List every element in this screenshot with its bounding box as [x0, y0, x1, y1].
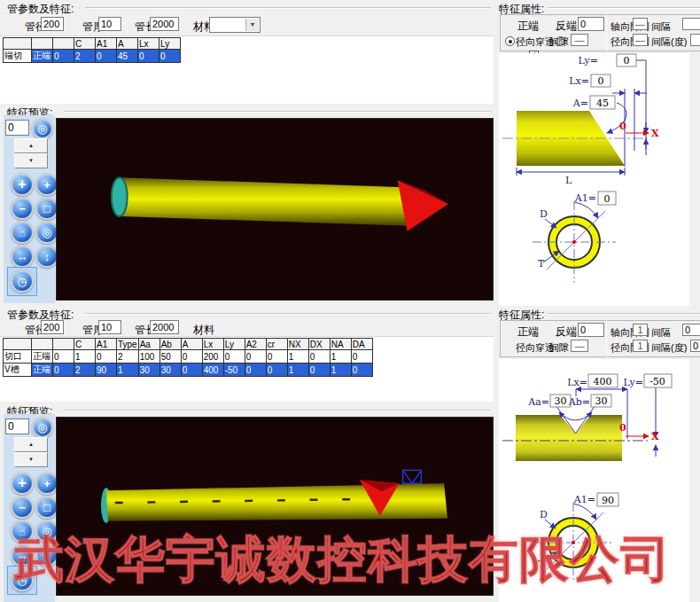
pipe-thickness-input[interactable]	[98, 17, 121, 31]
table-cell[interactable]: 2	[74, 364, 96, 377]
radial-array-input-2[interactable]	[633, 340, 648, 352]
table-cell[interactable]: 0	[351, 364, 372, 377]
Ab-value-box[interactable]: 30	[591, 395, 611, 407]
column-header: NX	[287, 339, 308, 350]
table-cell[interactable]: 0	[53, 50, 74, 63]
interval-deg-input-2[interactable]	[690, 340, 700, 352]
preview-3d-view-2[interactable]	[56, 417, 494, 596]
table-cell[interactable]: 1	[287, 364, 308, 377]
table-cell[interactable]: 正端	[32, 350, 53, 364]
interval-input-2[interactable]	[682, 324, 700, 336]
table-cell[interactable]: 50	[159, 350, 181, 364]
table-cell[interactable]: 0	[266, 364, 287, 377]
table-cell[interactable]: 0	[223, 350, 245, 364]
offset-input[interactable]	[578, 17, 604, 31]
reset-rotation-button-2[interactable]: ◎	[32, 417, 53, 438]
table-cell[interactable]: 0	[96, 50, 117, 63]
table-cell[interactable]: 45	[117, 50, 138, 63]
axial-array-input[interactable]	[633, 18, 648, 30]
table-cell[interactable]: 正端	[32, 364, 53, 377]
reset-rotation-button[interactable]: ◎	[32, 118, 53, 139]
table-cell[interactable]: 1	[330, 350, 351, 364]
zoom-out-button[interactable]: −	[11, 496, 34, 519]
row-header[interactable]: 切口	[4, 350, 32, 364]
pan-view-button[interactable]: +	[11, 173, 34, 196]
axis-view-button[interactable]: ◷	[11, 270, 34, 293]
axial-array-input-2[interactable]	[633, 324, 648, 336]
table-cell[interactable]: 2	[117, 350, 139, 364]
table-cell[interactable]: 1	[287, 350, 308, 364]
table-cell[interactable]: 0	[181, 364, 202, 377]
offset-input-2[interactable]	[578, 323, 604, 337]
Lx-value-box[interactable]: 0	[591, 74, 611, 87]
table-row[interactable]: 切口正端01021005002000001010	[4, 350, 373, 364]
interval-deg-input[interactable]	[690, 34, 700, 46]
table-cell[interactable]: 0	[308, 350, 330, 364]
table-cell[interactable]: 90	[96, 364, 117, 377]
table-cell[interactable]: -50	[223, 364, 245, 377]
pipe-length-input-2[interactable]	[150, 320, 179, 334]
table-cell[interactable]: 0	[308, 364, 330, 377]
interval-input[interactable]	[682, 18, 700, 30]
A-value-box[interactable]: 45	[590, 96, 615, 109]
pan-view-button[interactable]: +	[11, 472, 34, 495]
Ly-value-box[interactable]: 0	[617, 54, 636, 66]
row-header[interactable]: 端切	[4, 50, 32, 63]
A1-value-box[interactable]: 0	[598, 192, 616, 205]
table-cell[interactable]: 0	[138, 50, 159, 63]
table-cell[interactable]: 30	[159, 364, 181, 377]
table-cell[interactable]: 0	[351, 350, 372, 364]
table-cell[interactable]: 0	[181, 350, 202, 364]
stretch-horizontal-button[interactable]: ↔	[11, 245, 34, 268]
axis-view-button-2[interactable]: ◷	[11, 568, 34, 591]
table-cell[interactable]: 0	[96, 350, 117, 364]
gap-input[interactable]	[571, 34, 588, 46]
table-cell[interactable]: 正端	[32, 50, 53, 63]
feature-table-2[interactable]: CA1TypeAaAbALxLyA2crNXDXNADA切口正端01021005…	[3, 338, 373, 377]
pipe-diameter-input[interactable]	[41, 17, 64, 31]
table-cell[interactable]: 100	[138, 350, 159, 364]
radial-array-input[interactable]	[633, 34, 648, 46]
table-cell[interactable]: 1	[330, 364, 351, 377]
zoom-out-button[interactable]: −	[11, 197, 34, 220]
Lx-value-box[interactable]: 400	[588, 374, 618, 387]
stretch-horizontal-button[interactable]: ↔	[11, 543, 34, 567]
material-dropdown[interactable]: ▼	[209, 17, 261, 33]
table-row[interactable]: V槽正端0290130300400-50001010	[4, 364, 373, 377]
table-cell[interactable]: 2	[74, 50, 96, 63]
Aa-value-box[interactable]: 30	[550, 395, 571, 407]
table-cell[interactable]: 400	[202, 364, 223, 377]
diameter-D-label: D	[540, 509, 548, 520]
table-cell[interactable]: 200	[202, 350, 223, 364]
A1-value-box[interactable]: 90	[597, 493, 618, 506]
spin-down-button-2[interactable]: ▼	[14, 452, 48, 467]
gap-input-2[interactable]	[571, 340, 588, 352]
hand-drag-button[interactable]: ☝	[11, 221, 34, 244]
front-end-radio[interactable]	[505, 36, 515, 46]
table-corner	[4, 339, 32, 350]
feature-table[interactable]: CA1ALxLy端切正端0204500	[3, 37, 181, 63]
rotate-angle-input-2[interactable]	[5, 418, 29, 434]
row-header[interactable]: V槽	[4, 364, 32, 377]
pipe-diameter-input-2[interactable]	[41, 320, 64, 334]
table-cell[interactable]: 0	[266, 350, 287, 364]
table-row[interactable]: 端切正端0204500	[4, 50, 181, 63]
table-cell[interactable]: 0	[159, 50, 181, 63]
rotate-angle-input[interactable]	[5, 120, 29, 136]
spin-down-button[interactable]: ▼	[14, 153, 48, 168]
table-cell[interactable]: 0	[245, 364, 266, 377]
table-cell[interactable]: 0	[53, 350, 74, 364]
pipe-thickness-input-2[interactable]	[98, 320, 121, 334]
spin-up-button-2[interactable]: ▲	[14, 437, 48, 452]
table-cell[interactable]: 30	[138, 364, 159, 377]
preview-3d-view[interactable]	[56, 118, 494, 301]
table-cell[interactable]: 1	[74, 350, 96, 364]
table-cell[interactable]: 1	[117, 364, 139, 377]
Ly-value-box[interactable]: -50	[644, 374, 672, 387]
table-cell[interactable]: 0	[53, 364, 74, 377]
hand-drag-button[interactable]: ☝	[11, 520, 34, 543]
spin-up-button[interactable]: ▲	[14, 138, 48, 153]
column-header: Ly	[159, 38, 181, 50]
pipe-length-input[interactable]	[150, 17, 179, 31]
table-cell[interactable]: 0	[245, 350, 266, 364]
